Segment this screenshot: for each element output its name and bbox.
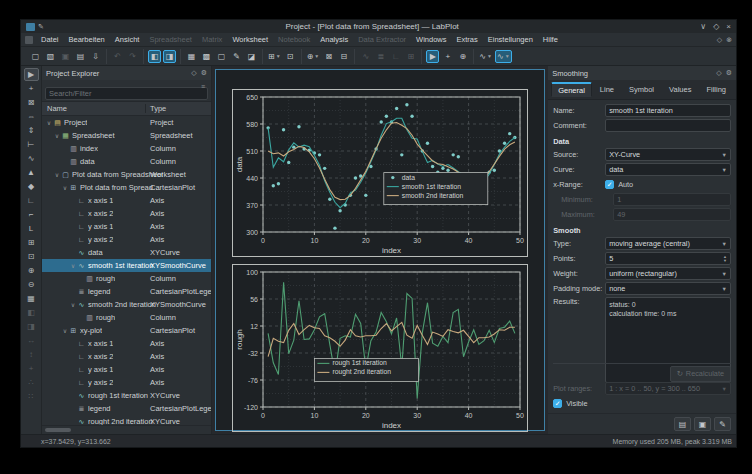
xy-plot[interactable]: 01020304050-120-76-321256100rough 1st it… — [232, 264, 528, 432]
tree-item-index[interactable]: ▥indexColumn — [42, 142, 211, 155]
project-explorer-header[interactable]: Project Explorer ◇⚙ — [42, 66, 211, 80]
expander-open-icon[interactable]: ∨ — [45, 119, 53, 126]
smoothing-dock-header[interactable]: Smoothing ◇⚙ — [548, 66, 736, 80]
zoom-mode-button[interactable]: ⊕ — [456, 50, 469, 63]
new-project-button[interactable]: ▢ — [29, 50, 42, 63]
spinner-arrows-icon[interactable]: ▲▼ — [723, 255, 727, 263]
crosshair-mode-button[interactable]: + — [441, 50, 454, 63]
zoom-select-button[interactable]: ⊟ — [337, 50, 350, 63]
expander-open-icon[interactable]: ∨ — [69, 262, 77, 269]
tree-item-legend[interactable]: ≣legendCartesianPlotLegend — [42, 285, 211, 298]
visible-checkbox[interactable]: ✓ — [553, 399, 562, 408]
add-plot-button[interactable]: ⊞▼ — [267, 50, 282, 63]
tree-item-project[interactable]: ∨▤ProjectProject — [42, 116, 211, 129]
mouse-select-mode-button[interactable]: ▶ — [426, 50, 439, 63]
new-matrix-button[interactable]: ▩ — [200, 50, 213, 63]
smooth-style-combo[interactable]: ∿▼ — [495, 50, 512, 63]
tree-item-spreadsheet[interactable]: ∨▦SpreadsheetSpreadsheet — [42, 129, 211, 142]
zoom-x-select-mode-button[interactable]: ⇔ — [24, 110, 39, 123]
type-select[interactable]: moving average (central) ▼ — [605, 237, 731, 250]
tree-item-legend[interactable]: ≣legendCartesianPlotLegend — [42, 402, 211, 415]
template-load-button[interactable]: ▤ — [674, 417, 691, 431]
curve-select[interactable]: data ▼ — [605, 163, 731, 176]
add-xy-curve-button[interactable]: ∿ — [24, 152, 39, 165]
search-input[interactable] — [45, 87, 208, 100]
close-button[interactable]: × — [726, 22, 731, 31]
tree-item-x-axis-2[interactable]: ∟x axis 2Axis — [42, 207, 211, 220]
add-y-axis-button[interactable]: L — [24, 222, 39, 235]
comment-field[interactable] — [605, 119, 731, 132]
mdi-close-icon[interactable]: ⊗ — [726, 36, 732, 44]
cursor-mode-button[interactable]: ⊢ — [24, 138, 39, 151]
name-field[interactable]: smooth 1st iteration — [605, 104, 731, 117]
menu-bearbeiten[interactable]: Bearbeiten — [64, 35, 110, 44]
panel-float-icon[interactable]: ◇ — [191, 69, 196, 77]
select-mode-button[interactable]: ▶ — [24, 68, 39, 81]
crosshair-mode-button[interactable]: + — [24, 82, 39, 95]
tree-item-x-axis-1[interactable]: ∟x axis 1Axis — [42, 194, 211, 207]
add-axis-button[interactable]: ∟ — [24, 194, 39, 207]
tree-item-data[interactable]: ▥dataColumn — [42, 155, 211, 168]
tree-item-xy-plot[interactable]: ∨⊞xy-plotCartesianPlot — [42, 324, 211, 337]
recalculate-button[interactable]: ↻ Recalculate — [670, 366, 731, 382]
filter-options-icon[interactable]: ≡ — [201, 83, 205, 90]
auto-checkbox[interactable]: ✓ — [605, 180, 614, 189]
expander-open-icon[interactable]: ∨ — [69, 301, 77, 308]
tree-item-rough-1st-iteration[interactable]: ∿rough 1st iterationXYCurve — [42, 389, 211, 402]
menu-einstellungen[interactable]: Einstellungen — [483, 35, 538, 44]
tab-general[interactable]: General — [551, 82, 592, 97]
zoom-button[interactable]: ⊕▼ — [306, 50, 321, 63]
tab-values[interactable]: Values — [662, 82, 698, 97]
new-folder-button[interactable]: ◪ — [245, 50, 258, 63]
scrollbar-thumb[interactable] — [45, 428, 71, 432]
expander-open-icon[interactable]: ∨ — [61, 327, 69, 334]
tab-line[interactable]: Line — [593, 82, 621, 97]
zoom-out-button[interactable]: ⊖ — [24, 278, 39, 291]
zoom-in-button[interactable]: ⊕ — [24, 264, 39, 277]
add-x-axis-button[interactable]: ⌐ — [24, 208, 39, 221]
tree-item-x-axis-1[interactable]: ∟x axis 1Axis — [42, 337, 211, 350]
expander-open-icon[interactable]: ∨ — [61, 184, 69, 191]
template-apply-button[interactable]: ✎ — [714, 417, 731, 431]
menu-worksheet[interactable]: Worksheet — [227, 35, 273, 44]
expander-open-icon[interactable]: ∨ — [53, 132, 61, 139]
tree-item-y-axis-2[interactable]: ∟y axis 2Axis — [42, 233, 211, 246]
panel-float-icon[interactable]: ◇ — [716, 69, 721, 77]
add-boxplot-button[interactable]: ◆ — [24, 180, 39, 193]
add-legend-button[interactable]: ⊞ — [24, 236, 39, 249]
curve-style-combo[interactable]: ∿▼ — [478, 50, 493, 63]
menu-datei[interactable]: Datei — [36, 35, 64, 44]
template-save-button[interactable]: ▣ — [694, 417, 711, 431]
toggle-properties-dock-button[interactable]: ◨ — [163, 50, 176, 63]
tree-item-data[interactable]: ∿dataXYCurve — [42, 246, 211, 259]
menu-extras[interactable]: Extras — [452, 35, 483, 44]
source-select[interactable]: XY-Curve ▼ — [605, 148, 731, 161]
tree-item-y-axis-1[interactable]: ∟y axis 1Axis — [42, 220, 211, 233]
zoom-fit-button[interactable]: ⊠ — [322, 50, 335, 63]
export-button[interactable]: ⇩ — [89, 50, 102, 63]
tree-item-y-axis-2[interactable]: ∟y axis 2Axis — [42, 376, 211, 389]
tree-item-smooth-1st-iteration[interactable]: ∨∿smooth 1st iterationXYSmoothCurve — [42, 259, 211, 272]
menu-analysis[interactable]: Analysis — [315, 35, 353, 44]
worksheet-view[interactable]: 01020304050300370440510580650datasmooth … — [215, 69, 545, 431]
add-text-label-button[interactable]: ⊡ — [24, 250, 39, 263]
horizontal-scrollbar[interactable] — [42, 425, 211, 434]
zoom-select-mode-button[interactable]: ⊠ — [24, 96, 39, 109]
tree-item-smooth-2nd-iteration[interactable]: ∨∿smooth 2nd iterationXYSmoothCurve — [42, 298, 211, 311]
tree-item-plot-data-from-spreadsheet[interactable]: ∨⊞Plot data from SpreadsheetCartesianPlo… — [42, 181, 211, 194]
auto-scale-button[interactable]: ▦ — [24, 292, 39, 305]
tree-item-x-axis-2[interactable]: ∟x axis 2Axis — [42, 350, 211, 363]
panel-menu-icon[interactable]: ⚙ — [201, 69, 207, 77]
tab-symbol[interactable]: Symbol — [622, 82, 661, 97]
plot-data-from-spreadsheet[interactable]: 01020304050300370440510580650datasmooth … — [232, 89, 528, 257]
maximize-button[interactable]: ◇ — [713, 22, 719, 31]
zoom-y-select-mode-button[interactable]: ⇕ — [24, 124, 39, 137]
menu-ansicht[interactable]: Ansicht — [110, 35, 145, 44]
column-header-type[interactable]: Type — [146, 104, 211, 113]
points-spinner[interactable]: 5 ▲▼ — [605, 252, 731, 265]
menu-windows[interactable]: Windows — [411, 35, 451, 44]
tab-filling[interactable]: Filling — [699, 82, 733, 97]
new-spreadsheet-button[interactable]: ▦ — [185, 50, 198, 63]
panel-menu-icon[interactable]: ⚙ — [726, 69, 732, 77]
print-button[interactable]: ▤ — [74, 50, 87, 63]
